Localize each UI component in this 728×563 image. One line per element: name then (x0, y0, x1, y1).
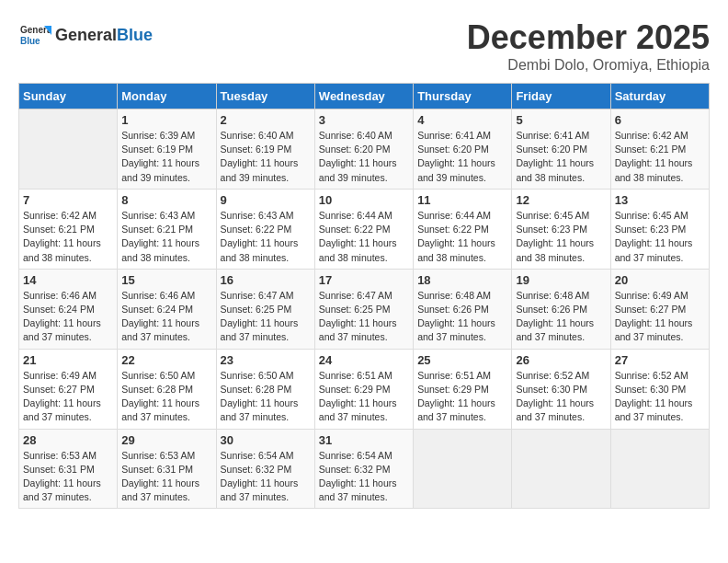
day-number: 2 (221, 113, 311, 127)
day-number: 21 (23, 353, 113, 367)
day-info: Sunrise: 6:48 AMSunset: 6:26 PMDaylight:… (516, 289, 606, 345)
day-info: Sunrise: 6:44 AMSunset: 6:22 PMDaylight:… (319, 209, 409, 265)
calendar-cell: 8Sunrise: 6:43 AMSunset: 6:21 PMDaylight… (118, 189, 216, 269)
weekday-header-row: SundayMondayTuesdayWednesdayThursdayFrid… (19, 84, 710, 109)
day-number: 9 (221, 193, 311, 207)
day-number: 8 (121, 193, 211, 207)
day-info: Sunrise: 6:40 AMSunset: 6:20 PMDaylight:… (319, 129, 409, 185)
calendar-cell: 18Sunrise: 6:48 AMSunset: 6:26 PMDayligh… (414, 269, 512, 349)
calendar-cell: 25Sunrise: 6:51 AMSunset: 6:29 PMDayligh… (414, 349, 512, 429)
calendar-cell: 7Sunrise: 6:42 AMSunset: 6:21 PMDaylight… (19, 189, 118, 269)
day-info: Sunrise: 6:51 AMSunset: 6:29 PMDaylight:… (417, 369, 507, 425)
day-info: Sunrise: 6:42 AMSunset: 6:21 PMDaylight:… (23, 209, 113, 265)
calendar-week-row: 14Sunrise: 6:46 AMSunset: 6:24 PMDayligh… (19, 269, 710, 349)
day-number: 23 (221, 353, 311, 367)
day-info: Sunrise: 6:43 AMSunset: 6:21 PMDaylight:… (121, 209, 211, 265)
month-title: December 2025 (467, 18, 710, 57)
calendar-cell: 27Sunrise: 6:52 AMSunset: 6:30 PMDayligh… (610, 349, 709, 429)
day-number: 31 (319, 433, 409, 447)
day-info: Sunrise: 6:49 AMSunset: 6:27 PMDaylight:… (23, 369, 113, 425)
day-info: Sunrise: 6:41 AMSunset: 6:20 PMDaylight:… (417, 129, 507, 185)
calendar-cell (414, 429, 512, 509)
day-number: 6 (615, 113, 705, 127)
calendar-cell: 24Sunrise: 6:51 AMSunset: 6:29 PMDayligh… (314, 349, 413, 429)
calendar-cell (19, 109, 118, 190)
calendar-table: SundayMondayTuesdayWednesdayThursdayFrid… (18, 83, 710, 509)
weekday-header-wednesday: Wednesday (314, 84, 413, 109)
day-number: 22 (121, 353, 211, 367)
calendar-cell: 10Sunrise: 6:44 AMSunset: 6:22 PMDayligh… (314, 189, 413, 269)
day-info: Sunrise: 6:44 AMSunset: 6:22 PMDaylight:… (417, 209, 507, 265)
logo-icon: General Blue (18, 18, 51, 52)
title-section: December 2025 Dembi Dolo, Oromiya, Ethio… (467, 18, 710, 74)
weekday-header-thursday: Thursday (414, 84, 512, 109)
weekday-header-monday: Monday (118, 84, 216, 109)
calendar-week-row: 7Sunrise: 6:42 AMSunset: 6:21 PMDaylight… (19, 189, 710, 269)
day-number: 12 (516, 193, 606, 207)
day-info: Sunrise: 6:53 AMSunset: 6:31 PMDaylight:… (23, 449, 113, 505)
day-info: Sunrise: 6:46 AMSunset: 6:24 PMDaylight:… (23, 289, 113, 345)
logo-blue-text: Blue (117, 26, 153, 44)
day-info: Sunrise: 6:45 AMSunset: 6:23 PMDaylight:… (516, 209, 606, 265)
day-info: Sunrise: 6:40 AMSunset: 6:19 PMDaylight:… (221, 129, 311, 185)
calendar-cell: 29Sunrise: 6:53 AMSunset: 6:31 PMDayligh… (118, 429, 216, 509)
calendar-cell: 19Sunrise: 6:48 AMSunset: 6:26 PMDayligh… (512, 269, 610, 349)
calendar-cell: 28Sunrise: 6:53 AMSunset: 6:31 PMDayligh… (19, 429, 118, 509)
day-info: Sunrise: 6:52 AMSunset: 6:30 PMDaylight:… (615, 369, 705, 425)
day-info: Sunrise: 6:52 AMSunset: 6:30 PMDaylight:… (516, 369, 606, 425)
day-number: 14 (23, 273, 113, 287)
calendar-cell: 13Sunrise: 6:45 AMSunset: 6:23 PMDayligh… (610, 189, 709, 269)
calendar-week-row: 21Sunrise: 6:49 AMSunset: 6:27 PMDayligh… (19, 349, 710, 429)
calendar-cell: 9Sunrise: 6:43 AMSunset: 6:22 PMDaylight… (216, 189, 314, 269)
calendar-cell: 16Sunrise: 6:47 AMSunset: 6:25 PMDayligh… (216, 269, 314, 349)
calendar-cell: 1Sunrise: 6:39 AMSunset: 6:19 PMDaylight… (118, 109, 216, 190)
calendar-cell: 20Sunrise: 6:49 AMSunset: 6:27 PMDayligh… (610, 269, 709, 349)
day-number: 11 (417, 193, 507, 207)
day-info: Sunrise: 6:42 AMSunset: 6:21 PMDaylight:… (615, 129, 705, 185)
day-info: Sunrise: 6:46 AMSunset: 6:24 PMDaylight:… (121, 289, 211, 345)
day-number: 10 (319, 193, 409, 207)
calendar-cell: 2Sunrise: 6:40 AMSunset: 6:19 PMDaylight… (216, 109, 314, 190)
day-info: Sunrise: 6:48 AMSunset: 6:26 PMDaylight:… (417, 289, 507, 345)
calendar-week-row: 28Sunrise: 6:53 AMSunset: 6:31 PMDayligh… (19, 429, 710, 509)
calendar-cell: 17Sunrise: 6:47 AMSunset: 6:25 PMDayligh… (314, 269, 413, 349)
day-number: 27 (615, 353, 705, 367)
logo-general-text: General (55, 26, 117, 44)
day-number: 13 (615, 193, 705, 207)
day-number: 15 (121, 273, 211, 287)
day-number: 28 (23, 433, 113, 447)
page-header: General Blue GeneralBlue December 2025 D… (18, 18, 710, 74)
day-number: 3 (319, 113, 409, 127)
weekday-header-tuesday: Tuesday (216, 84, 314, 109)
weekday-header-saturday: Saturday (610, 84, 709, 109)
location-subtitle: Dembi Dolo, Oromiya, Ethiopia (467, 57, 710, 74)
day-info: Sunrise: 6:43 AMSunset: 6:22 PMDaylight:… (221, 209, 311, 265)
day-number: 20 (615, 273, 705, 287)
calendar-week-row: 1Sunrise: 6:39 AMSunset: 6:19 PMDaylight… (19, 109, 710, 190)
svg-rect-0 (18, 18, 51, 52)
calendar-cell: 14Sunrise: 6:46 AMSunset: 6:24 PMDayligh… (19, 269, 118, 349)
day-number: 29 (121, 433, 211, 447)
day-number: 30 (221, 433, 311, 447)
day-number: 19 (516, 273, 606, 287)
weekday-header-sunday: Sunday (19, 84, 118, 109)
day-info: Sunrise: 6:45 AMSunset: 6:23 PMDaylight:… (615, 209, 705, 265)
day-number: 7 (23, 193, 113, 207)
day-info: Sunrise: 6:54 AMSunset: 6:32 PMDaylight:… (319, 449, 409, 505)
day-number: 4 (417, 113, 507, 127)
svg-text:Blue: Blue (20, 36, 40, 46)
logo: General Blue GeneralBlue (18, 18, 153, 52)
calendar-cell (610, 429, 709, 509)
weekday-header-friday: Friday (512, 84, 610, 109)
day-info: Sunrise: 6:50 AMSunset: 6:28 PMDaylight:… (121, 369, 211, 425)
day-number: 17 (319, 273, 409, 287)
day-number: 24 (319, 353, 409, 367)
day-info: Sunrise: 6:54 AMSunset: 6:32 PMDaylight:… (221, 449, 311, 505)
day-number: 25 (417, 353, 507, 367)
calendar-cell: 12Sunrise: 6:45 AMSunset: 6:23 PMDayligh… (512, 189, 610, 269)
day-number: 18 (417, 273, 507, 287)
day-info: Sunrise: 6:41 AMSunset: 6:20 PMDaylight:… (516, 129, 606, 185)
day-info: Sunrise: 6:50 AMSunset: 6:28 PMDaylight:… (221, 369, 311, 425)
calendar-cell: 4Sunrise: 6:41 AMSunset: 6:20 PMDaylight… (414, 109, 512, 190)
day-info: Sunrise: 6:49 AMSunset: 6:27 PMDaylight:… (615, 289, 705, 345)
